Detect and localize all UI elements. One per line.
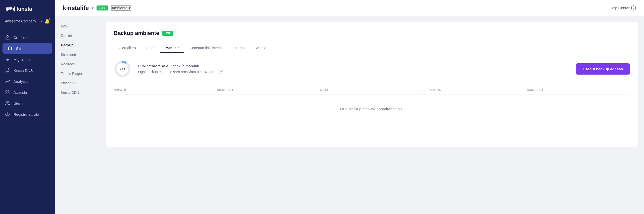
notification-bell[interactable]: 🔔	[44, 18, 50, 24]
sidebar-item-analytics[interactable]: Analytics	[0, 76, 55, 86]
svg-rect-4	[8, 93, 9, 94]
sidebar-item-siti[interactable]: Siti	[2, 43, 52, 54]
ambiente-dropdown[interactable]: Ambiente ▾	[111, 5, 131, 11]
table-header: CREATO SCADENZA NOTA RIPRISTINA CANCELLA	[114, 86, 630, 95]
sidebar-label-siti: Siti	[16, 46, 21, 51]
sidebar-label-analytics: Analytics	[14, 79, 28, 84]
sub-nav-domini[interactable]: Domini	[55, 32, 100, 40]
company-selector[interactable]: Awesome Company ▾ 🔔	[0, 16, 55, 28]
svg-point-7	[7, 114, 8, 115]
sub-nav-strumenti[interactable]: Strumenti	[55, 50, 100, 59]
arrow-right-icon	[5, 57, 10, 62]
site-title: kinstalife	[63, 4, 89, 12]
main-content: Backup ambiente LIVE Giornaliero Orario …	[100, 16, 644, 214]
tab-generato-dal-sistema[interactable]: Generato dal sistema	[184, 44, 228, 53]
kinsta-wordmark: kinsta	[17, 6, 32, 12]
th-creato: CREATO	[114, 88, 217, 92]
execute-backup-button[interactable]: Esegui backup adesso	[576, 63, 630, 74]
exchange-icon	[5, 68, 10, 73]
logo-area: kinsta	[0, 0, 55, 16]
sidebar-label-migrazioni: Migrazioni	[14, 57, 30, 62]
help-center-link[interactable]: Help Center ?	[610, 6, 636, 10]
sidebar-label-cruscotto: Cruscotto	[14, 36, 30, 40]
sidebar-label-azienda: Azienda	[14, 90, 27, 94]
trending-up-icon	[5, 79, 10, 84]
sidebar-item-kinsta-dns[interactable]: Kinsta DNS	[0, 65, 55, 76]
sub-nav-redirect[interactable]: Redirect	[55, 60, 100, 68]
notification-badge	[48, 18, 51, 20]
tab-scarica[interactable]: Scarica	[250, 44, 271, 53]
topbar: kinstalife ▾ LIVE Ambiente ▾ Help Center…	[55, 0, 644, 16]
tab-esterno[interactable]: Esterno	[228, 44, 250, 53]
home-icon	[5, 35, 10, 40]
backup-table: CREATO SCADENZA NOTA RIPRISTINA CANCELLA…	[114, 86, 630, 117]
th-scadenza: SCADENZA	[217, 88, 320, 92]
page-live-badge: LIVE	[162, 31, 173, 36]
backup-donut-chart: 0 / 5	[114, 60, 131, 78]
sidebar-divider	[0, 29, 55, 29]
backup-sub-label: Ogni backup manuale sarà archiviato per …	[138, 70, 217, 74]
users-icon	[5, 101, 10, 106]
tab-manuale[interactable]: Manuale	[160, 44, 184, 53]
tab-giornaliero[interactable]: Giornaliero	[114, 44, 141, 53]
help-circle-icon: ?	[631, 6, 636, 10]
eye-icon	[5, 112, 10, 117]
sidebar-label-kinsta-dns: Kinsta DNS	[14, 68, 33, 72]
sub-nav-blocca-ip[interactable]: Blocca IP	[55, 79, 100, 87]
backup-main-text: Puoi creare fino a 5 backup manuali.	[138, 64, 223, 68]
company-name: Awesome Company	[5, 19, 39, 23]
sub-nav-temi-plugin[interactable]: Temi e Plugin	[55, 69, 100, 78]
sub-nav-kinsta-cdn[interactable]: Kinsta CDN	[55, 88, 100, 97]
sidebar-item-registro-attivita[interactable]: Registro attività	[0, 109, 55, 120]
sub-nav-info[interactable]: Info	[55, 22, 100, 30]
backup-sub-text: Ogni backup manuale sarà archiviato per …	[138, 70, 223, 74]
sub-sidebar: Info Domini Backup Strumenti Redirect Te…	[55, 16, 100, 214]
grid-icon	[5, 90, 10, 95]
content-area: Info Domini Backup Strumenti Redirect Te…	[55, 16, 644, 214]
layers-icon	[8, 46, 12, 51]
site-chevron-icon[interactable]: ▾	[92, 6, 94, 10]
th-nota: NOTA	[320, 88, 424, 92]
sub-nav-backup[interactable]: Backup	[55, 41, 100, 50]
svg-rect-3	[8, 90, 9, 92]
page-title: Backup ambiente	[114, 30, 159, 36]
sidebar-item-migrazioni[interactable]: Migrazioni	[0, 54, 55, 64]
svg-rect-5	[6, 93, 7, 94]
backup-text-block: Puoi creare fino a 5 backup manuali. Ogn…	[138, 64, 223, 74]
ambiente-label: Ambiente	[112, 6, 128, 10]
content-card: Backup ambiente LIVE Giornaliero Orario …	[106, 22, 638, 147]
help-center-label: Help Center	[610, 6, 630, 10]
svg-rect-2	[6, 90, 7, 92]
sidebar-item-azienda[interactable]: Azienda	[0, 87, 55, 98]
ambiente-chevron-icon: ▾	[129, 6, 131, 10]
svg-point-6	[6, 102, 8, 103]
backup-info-row: 0 / 5 Puoi creare fino a 5 backup manual…	[114, 60, 630, 78]
svg-marker-0	[8, 47, 12, 49]
backup-tabs: Giornaliero Orario Manuale Generato dal …	[114, 44, 630, 53]
sidebar: kinsta Awesome Company ▾ 🔔 Cruscotto Sit…	[0, 0, 55, 214]
live-badge: LIVE	[96, 6, 108, 10]
sidebar-label-utenti: Utenti	[14, 101, 23, 106]
sidebar-item-cruscotto[interactable]: Cruscotto	[0, 32, 55, 43]
main-nav: Cruscotto Siti Migrazioni Kinsta DNS	[0, 30, 55, 122]
th-cancella: CANCELLA	[527, 88, 630, 92]
info-icon[interactable]: ?	[219, 70, 223, 74]
company-chevron-icon: ▾	[41, 20, 42, 23]
tab-orario[interactable]: Orario	[141, 44, 160, 53]
page-header: Backup ambiente LIVE	[114, 30, 630, 36]
sidebar-label-registro-attivita: Registro attività	[14, 112, 39, 116]
donut-label: 0 / 5	[120, 67, 125, 70]
kinsta-logo-icon	[6, 6, 16, 12]
empty-table-message: I tuoi backup manuali appariranno qui.	[114, 95, 630, 117]
sidebar-item-utenti[interactable]: Utenti	[0, 98, 55, 108]
th-ripristina: RIPRISTINA	[424, 88, 527, 92]
main-area: kinstalife ▾ LIVE Ambiente ▾ Help Center…	[55, 0, 644, 214]
